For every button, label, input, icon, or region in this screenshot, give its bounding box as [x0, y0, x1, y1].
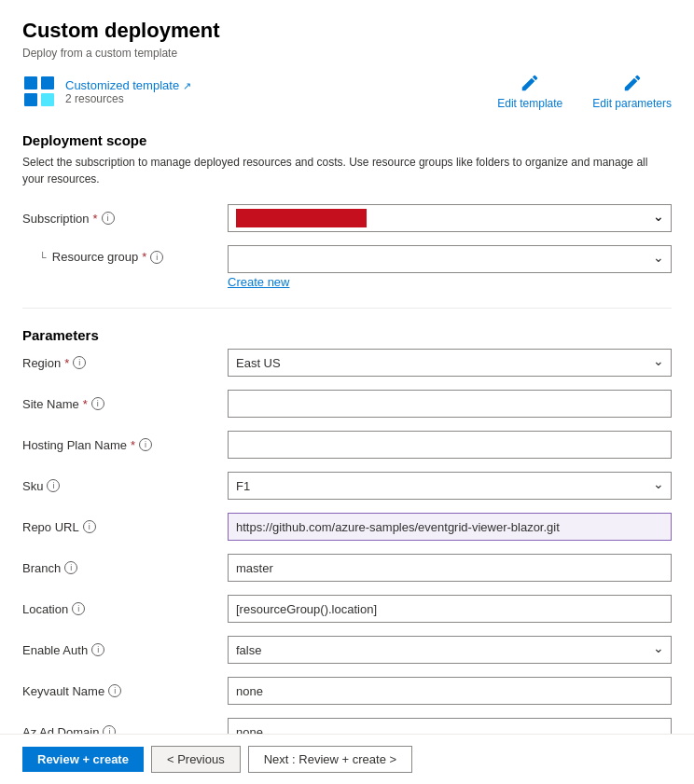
- template-actions: Edit template Edit parameters: [497, 73, 672, 110]
- region-control: East US West US Central US: [228, 349, 672, 377]
- keyvault-name-row: Keyvault Name i: [22, 677, 672, 705]
- hosting-plan-label: Hosting Plan Name * i: [22, 438, 228, 452]
- branch-control: [228, 554, 672, 582]
- site-name-row: Site Name * i: [22, 390, 672, 418]
- location-row: Location i: [22, 595, 672, 623]
- sku-row: Sku i F1 B1 S1: [22, 472, 672, 500]
- edit-parameters-button[interactable]: Edit parameters: [592, 73, 672, 110]
- region-select[interactable]: East US West US Central US: [228, 349, 672, 377]
- svg-rect-0: [24, 76, 37, 89]
- site-name-label: Site Name * i: [22, 397, 228, 411]
- enable-auth-control: false true: [228, 636, 672, 664]
- page-title: Custom deployment: [22, 19, 672, 43]
- location-input[interactable]: [228, 595, 672, 623]
- enable-auth-select[interactable]: false true: [228, 636, 672, 664]
- location-label: Location i: [22, 602, 228, 616]
- region-row: Region * i East US West US Central US: [22, 349, 672, 377]
- next-button[interactable]: Next : Review + create >: [248, 746, 412, 773]
- svg-rect-3: [41, 93, 54, 106]
- page-subtitle: Deploy from a custom template: [22, 47, 672, 60]
- site-name-input[interactable]: [228, 390, 672, 418]
- external-link-icon: ↗: [183, 80, 191, 91]
- review-create-button[interactable]: Review + create: [22, 747, 144, 772]
- enable-auth-select-wrapper: false true: [228, 636, 672, 664]
- keyvault-info-icon[interactable]: i: [108, 684, 121, 697]
- sku-label: Sku i: [22, 479, 228, 493]
- pencil-params-icon: [622, 73, 643, 93]
- deployment-scope-title: Deployment scope: [22, 132, 672, 148]
- resource-group-select-wrapper: [228, 245, 672, 273]
- site-name-required: *: [83, 397, 88, 411]
- enable-auth-row: Enable Auth i false true: [22, 636, 672, 664]
- hosting-plan-control: [228, 431, 672, 459]
- keyvault-name-label: Keyvault Name i: [22, 684, 228, 698]
- resource-group-label-area: └ Resource group * i: [22, 245, 228, 264]
- resource-group-row: └ Resource group * i Create new: [22, 245, 672, 289]
- subscription-required: *: [93, 212, 98, 226]
- site-name-info-icon[interactable]: i: [91, 397, 104, 410]
- repo-url-label: Repo URL i: [22, 520, 228, 534]
- branch-row: Branch i: [22, 554, 672, 582]
- subscription-label: Subscription * i: [22, 212, 228, 226]
- repo-url-input[interactable]: [228, 513, 672, 541]
- edit-template-button[interactable]: Edit template: [497, 73, 562, 110]
- edit-parameters-label: Edit parameters: [592, 97, 672, 110]
- repo-url-control: [228, 513, 672, 541]
- resource-group-info-icon[interactable]: i: [150, 251, 163, 264]
- sku-info-icon[interactable]: i: [47, 479, 60, 492]
- subscription-redacted: [236, 209, 367, 227]
- keyvault-name-input[interactable]: [228, 677, 672, 705]
- svg-rect-2: [24, 93, 37, 106]
- keyvault-name-control: [228, 677, 672, 705]
- divider-1: [22, 308, 672, 309]
- resource-group-indent: └: [39, 252, 47, 263]
- repo-url-row: Repo URL i: [22, 513, 672, 541]
- template-link[interactable]: Customized template ↗: [65, 78, 191, 92]
- region-select-wrapper: East US West US Central US: [228, 349, 672, 377]
- location-info-icon[interactable]: i: [72, 602, 85, 615]
- create-new-link[interactable]: Create new: [228, 275, 289, 289]
- template-info: Customized template ↗ 2 resources: [65, 78, 191, 105]
- enable-auth-info-icon[interactable]: i: [91, 643, 104, 656]
- branch-input[interactable]: [228, 554, 672, 582]
- pencil-icon: [520, 73, 540, 93]
- hosting-plan-required: *: [131, 438, 135, 452]
- parameters-title: Parameters: [22, 327, 672, 343]
- resource-group-select[interactable]: [228, 245, 672, 273]
- resource-group-label: Resource group: [52, 250, 139, 264]
- deployment-scope-desc: Select the subscription to manage deploy…: [22, 154, 672, 187]
- region-label: Region * i: [22, 356, 228, 370]
- template-name: Customized template: [65, 78, 179, 92]
- hosting-plan-input[interactable]: [228, 431, 672, 459]
- hosting-plan-info-icon[interactable]: i: [139, 438, 152, 451]
- subscription-select-wrapper: ⌄: [228, 204, 672, 232]
- template-icon: [22, 75, 56, 108]
- site-name-control: [228, 390, 672, 418]
- previous-button[interactable]: < Previous: [151, 746, 241, 773]
- repo-url-info-icon[interactable]: i: [83, 520, 96, 533]
- sku-select-wrapper: F1 B1 S1: [228, 472, 672, 500]
- region-required: *: [64, 356, 69, 370]
- deployment-scope-section: Deployment scope Select the subscription…: [22, 132, 672, 289]
- region-info-icon[interactable]: i: [73, 356, 86, 369]
- branch-info-icon[interactable]: i: [64, 561, 77, 574]
- subscription-select[interactable]: [228, 204, 672, 232]
- resource-group-required: *: [142, 250, 146, 264]
- enable-auth-label: Enable Auth i: [22, 643, 228, 657]
- edit-template-label: Edit template: [497, 97, 562, 110]
- sku-select[interactable]: F1 B1 S1: [228, 472, 672, 500]
- subscription-info-icon[interactable]: i: [102, 212, 115, 225]
- location-control: [228, 595, 672, 623]
- subscription-row: Subscription * i ⌄: [22, 204, 672, 232]
- hosting-plan-row: Hosting Plan Name * i: [22, 431, 672, 459]
- template-left: Customized template ↗ 2 resources: [22, 75, 191, 108]
- subscription-control: ⌄: [228, 204, 672, 232]
- sku-control: F1 B1 S1: [228, 472, 672, 500]
- parameters-section: Parameters Region * i East US West US Ce…: [22, 327, 672, 746]
- template-resources: 2 resources: [65, 92, 191, 105]
- branch-label: Branch i: [22, 561, 228, 575]
- bottom-bar: Review + create < Previous Next : Review…: [0, 734, 694, 784]
- resource-group-control: Create new: [228, 245, 672, 289]
- template-header: Customized template ↗ 2 resources Edit t…: [22, 73, 672, 110]
- svg-rect-1: [41, 76, 54, 89]
